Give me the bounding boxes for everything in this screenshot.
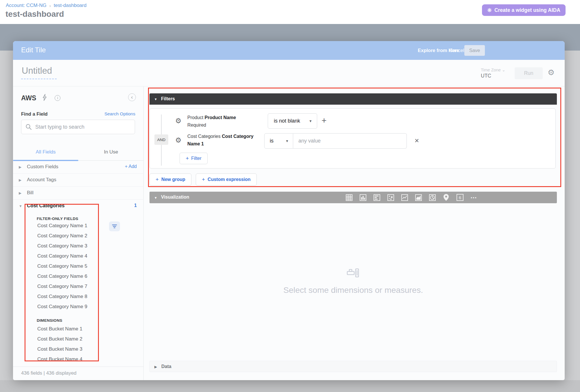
sidebar-item-bill[interactable]: ▶ Bill — [13, 187, 144, 200]
list-item-field[interactable]: Cost Category Name 7 — [37, 284, 87, 289]
connection-row: AWS i — [21, 94, 60, 102]
search-options-link[interactable]: Search Options — [104, 111, 135, 117]
plus-icon: + — [202, 176, 205, 183]
map-viz-icon[interactable] — [442, 194, 450, 201]
breadcrumb-account-link[interactable]: Account: CCM-NG — [6, 3, 47, 8]
list-item-field[interactable]: Cost Category Name 3 — [37, 243, 87, 249]
viz-type-picker: 6 ••• — [345, 194, 478, 201]
add-custom-field-button[interactable]: + Add — [125, 164, 137, 169]
tile-settings-gear-icon[interactable]: ⚙ — [548, 69, 555, 77]
sidebar-item-custom-fields[interactable]: ▶ Custom Fields + Add — [13, 161, 144, 174]
sidebar-item-cost-categories[interactable]: ▼ Cost Categories 1 — [13, 200, 144, 213]
filter-gear-icon[interactable]: ⚙ — [175, 136, 182, 144]
field-tabs: All Fields In Use — [13, 146, 144, 161]
sidebar-footer-divider — [13, 367, 144, 367]
modal-backdrop-bottom — [0, 380, 580, 392]
run-button[interactable]: Run — [515, 67, 543, 79]
filter-required-note: Required — [187, 123, 206, 127]
caret-down-icon: ▼ — [154, 97, 157, 101]
breadcrumb-separator-icon: › — [49, 3, 51, 8]
modal-save-button[interactable]: Save — [464, 45, 485, 56]
field-search-input[interactable] — [35, 124, 131, 130]
dropdown-caret-icon: ▼ — [285, 139, 289, 143]
tile-name-input[interactable]: Untitled — [21, 66, 57, 79]
add-value-button[interactable]: + — [322, 116, 327, 125]
list-item-field[interactable]: Cost Bucket Name 2 — [37, 336, 82, 342]
column-chart-viz-icon[interactable] — [359, 194, 367, 201]
viz-empty-message: Select some dimensions or measures. — [149, 285, 557, 295]
dimensions-header: DIMENSIONS — [37, 318, 62, 323]
operator-dropdown[interactable]: is ▼ — [264, 133, 293, 149]
connection-name: AWS — [21, 94, 36, 102]
filters-section-header[interactable]: ▼ Filters — [149, 93, 557, 105]
pie-chart-viz-icon[interactable] — [428, 194, 436, 201]
filter-value-field[interactable] — [293, 133, 407, 149]
filter-field-label: Cost Categories Cost Category Name 1 — [187, 133, 260, 148]
list-item-field[interactable]: Cost Category Name 2 — [37, 233, 87, 239]
page-title: test-dashboard — [5, 10, 64, 19]
data-section-title: Data — [161, 364, 171, 369]
timezone-label: Time Zone ⌄ — [481, 68, 505, 72]
field-picker-sidebar: AWS i ‹ Find a Field Search Options All … — [13, 86, 144, 380]
breadcrumb-page-link[interactable]: test-dashboard — [54, 3, 86, 8]
plus-icon: + — [156, 176, 159, 183]
aida-flower-icon: ❋ — [487, 7, 492, 14]
new-group-button[interactable]: + New group — [149, 173, 191, 186]
field-filter-button[interactable] — [109, 221, 120, 231]
modal-header: Edit Tile Explore from Here Cancel Save — [13, 41, 565, 60]
scatter-viz-icon[interactable] — [387, 194, 394, 201]
filter-only-fields-header: FILTER-ONLY FIELDS — [37, 217, 78, 221]
line-chart-viz-icon[interactable] — [401, 194, 408, 201]
add-filter-button[interactable]: + Filter — [180, 153, 208, 164]
tile-titlebar: Untitled Time Zone ⌄ UTC Run ⚙ — [13, 60, 565, 86]
edit-tile-modal: Edit Tile Explore from Here Cancel Save … — [13, 41, 565, 380]
visualization-section-title: Visualization — [161, 195, 189, 200]
create-widget-aida-button[interactable]: ❋ Create a widget using AIDA — [482, 4, 566, 16]
modal-cancel-button[interactable]: Cancel — [449, 48, 464, 53]
filter-lines-icon — [112, 224, 117, 228]
bar-chart-viz-icon[interactable] — [373, 194, 380, 201]
list-item-field[interactable]: Cost Category Name 9 — [37, 304, 87, 310]
area-chart-viz-icon[interactable] — [415, 194, 422, 201]
and-connector-chip: AND — [154, 134, 168, 145]
collapse-sidebar-icon[interactable]: ‹ — [128, 93, 136, 101]
filter-value-input[interactable] — [298, 138, 401, 144]
filter-gear-icon[interactable]: ⚙ — [175, 117, 182, 125]
info-icon[interactable]: i — [55, 95, 60, 101]
search-icon — [25, 124, 32, 130]
bolt-icon — [42, 94, 47, 102]
more-viz-types-icon[interactable]: ••• — [470, 194, 478, 201]
list-item-field[interactable]: Cost Bucket Name 4 — [37, 356, 82, 362]
operator-dropdown[interactable]: is not blank ▼ — [268, 113, 317, 129]
caret-down-icon: ▼ — [154, 196, 157, 199]
timezone-value: UTC — [481, 73, 505, 79]
list-item-field[interactable]: Cost Category Name 8 — [37, 294, 87, 299]
tab-all-fields[interactable]: All Fields — [13, 149, 78, 155]
single-value-viz-icon[interactable]: 6 — [456, 194, 464, 201]
flashlight-icon — [347, 268, 360, 278]
list-item-field[interactable]: Cost Category Name 5 — [37, 263, 87, 269]
timezone-selector[interactable]: Time Zone ⌄ UTC — [481, 68, 505, 79]
screen: Account: CCM-NG › test-dashboard test-da… — [0, 0, 580, 392]
list-item-field[interactable]: Cost Bucket Name 1 — [37, 326, 82, 332]
list-item-field[interactable]: Cost Category Name 1 — [37, 223, 87, 229]
dropdown-caret-icon: ▼ — [309, 119, 312, 123]
visualization-section-header[interactable]: ▼ Visualization — [149, 192, 557, 203]
list-item-field[interactable]: Cost Category Name 4 — [37, 253, 87, 259]
table-viz-icon[interactable] — [345, 194, 353, 201]
custom-expression-button[interactable]: + Custom expression — [196, 173, 257, 186]
plus-icon: + — [186, 155, 189, 162]
remove-filter-icon[interactable]: × — [415, 137, 419, 144]
tab-in-use[interactable]: In Use — [78, 149, 144, 155]
data-section-header[interactable]: ▶ Data — [149, 361, 557, 372]
list-item-field[interactable]: Cost Category Name 6 — [37, 273, 87, 279]
field-search-box[interactable] — [21, 120, 135, 134]
list-item-field[interactable]: Cost Bucket Name 3 — [37, 346, 82, 352]
in-use-count-badge: 1 — [134, 203, 137, 208]
chevron-down-icon: ⌄ — [502, 68, 505, 72]
sidebar-item-account-tags[interactable]: ▶ Account Tags — [13, 174, 144, 187]
caret-right-icon: ▶ — [19, 191, 21, 195]
breadcrumb: Account: CCM-NG › test-dashboard — [6, 3, 86, 8]
find-a-field-label: Find a Field — [21, 111, 48, 117]
filter-field-label: Product Product Name Required — [187, 114, 260, 129]
